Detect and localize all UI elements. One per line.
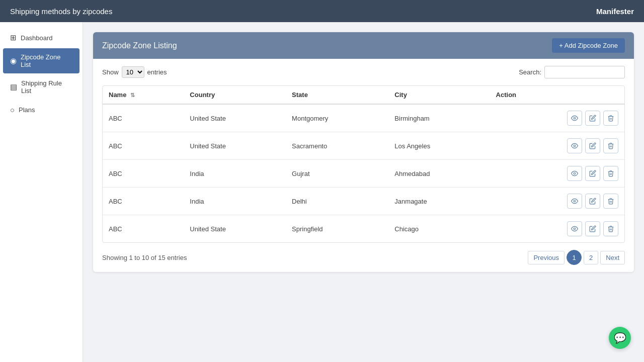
- zipcode-zone-icon: ◉: [10, 56, 17, 65]
- cell-state: Gujrat: [286, 160, 388, 188]
- svg-point-3: [574, 200, 576, 202]
- svg-point-4: [574, 228, 576, 230]
- delete-button[interactable]: [603, 221, 618, 236]
- main-content: Zipcode Zone Listing + Add Zipcode Zone …: [83, 22, 644, 362]
- sidebar-item-label: Dashboard: [21, 34, 53, 42]
- sort-icon: ⇅: [130, 92, 135, 98]
- cell-city: Janmagate: [388, 188, 490, 215]
- table-row: ABC United State Springfield Chicago: [103, 215, 624, 243]
- col-name: Name ⇅: [103, 86, 184, 104]
- cell-name: ABC: [103, 160, 184, 188]
- brand-name: Manifester: [596, 7, 634, 16]
- edit-button[interactable]: [585, 111, 600, 126]
- topbar: Shipping methods by zipcodes Manifester: [0, 0, 644, 22]
- search-control: Search:: [519, 66, 625, 78]
- cell-city: Los Angeles: [388, 132, 490, 160]
- sidebar-item-label: Zipcode Zone List: [21, 53, 72, 68]
- page-1-button[interactable]: 1: [567, 250, 582, 265]
- cell-state: Sacramento: [286, 132, 388, 160]
- cell-action: [490, 215, 624, 243]
- sidebar-item-zipcode-zone-list[interactable]: ◉ Zipcode Zone List: [3, 48, 79, 73]
- zipcode-zone-table: Name ⇅ Country State City Action ABC: [103, 86, 624, 242]
- add-zipcode-zone-button[interactable]: + Add Zipcode Zone: [552, 38, 625, 53]
- cell-country: United State: [184, 132, 286, 160]
- cell-name: ABC: [103, 188, 184, 215]
- show-entries-select[interactable]: 10 25 50: [122, 66, 144, 78]
- table-container: Name ⇅ Country State City Action ABC: [102, 85, 625, 243]
- view-button[interactable]: [567, 221, 582, 236]
- shipping-rule-icon: ▤: [10, 82, 17, 92]
- delete-button[interactable]: [603, 138, 618, 153]
- show-entries-control: Show 10 25 50 entries: [102, 66, 167, 78]
- cell-name: ABC: [103, 215, 184, 243]
- previous-page-button[interactable]: Previous: [528, 251, 565, 264]
- entries-label-text: entries: [147, 68, 167, 76]
- chat-bubble-button[interactable]: 💬: [609, 327, 631, 349]
- delete-button[interactable]: [603, 111, 618, 126]
- cell-country: India: [184, 160, 286, 188]
- cell-city: Chicago: [388, 215, 490, 243]
- zipcode-zone-card: Zipcode Zone Listing + Add Zipcode Zone …: [93, 32, 634, 272]
- cell-country: India: [184, 188, 286, 215]
- controls-row: Show 10 25 50 entries Search:: [102, 66, 625, 78]
- edit-button[interactable]: [585, 138, 600, 153]
- cell-country: United State: [184, 215, 286, 243]
- card-body: Show 10 25 50 entries Search:: [93, 59, 634, 272]
- table-row: ABC United State Sacramento Los Angeles: [103, 132, 624, 160]
- svg-point-1: [574, 145, 576, 147]
- sidebar-item-label: Plans: [19, 106, 35, 114]
- table-row: ABC India Delhi Janmagate: [103, 188, 624, 215]
- cell-action: [490, 188, 624, 215]
- plans-icon: ○: [10, 106, 15, 114]
- cell-city: Ahmedabad: [388, 160, 490, 188]
- cell-state: Montgomery: [286, 104, 388, 132]
- sidebar: ⊞ Dashboard ◉ Zipcode Zone List ▤ Shippi…: [0, 22, 83, 362]
- card-title: Zipcode Zone Listing: [102, 41, 177, 50]
- edit-button[interactable]: [585, 194, 600, 209]
- cell-state: Springfield: [286, 215, 388, 243]
- dashboard-icon: ⊞: [10, 33, 17, 42]
- cell-state: Delhi: [286, 188, 388, 215]
- delete-button[interactable]: [603, 194, 618, 209]
- cell-country: United State: [184, 104, 286, 132]
- delete-button[interactable]: [603, 166, 618, 181]
- table-row: ABC India Gujrat Ahmedabad: [103, 160, 624, 188]
- pagination-row: Showing 1 to 10 of 15 entries Previous 1…: [102, 250, 625, 265]
- svg-point-2: [574, 172, 576, 174]
- page-2-button[interactable]: 2: [584, 251, 598, 264]
- pagination-buttons: Previous 1 2 Next: [528, 250, 625, 265]
- table-header-row: Name ⇅ Country State City Action: [103, 86, 624, 104]
- show-label-text: Show: [102, 68, 119, 76]
- sidebar-item-plans[interactable]: ○ Plans: [3, 101, 79, 119]
- sidebar-item-dashboard[interactable]: ⊞ Dashboard: [3, 28, 79, 47]
- col-city: City: [388, 86, 490, 104]
- next-page-button[interactable]: Next: [600, 251, 625, 264]
- col-state: State: [286, 86, 388, 104]
- col-action: Action: [490, 86, 624, 104]
- search-label-text: Search:: [519, 68, 541, 76]
- app-title: Shipping methods by zipcodes: [10, 7, 112, 16]
- search-input[interactable]: [544, 66, 625, 78]
- sidebar-item-shipping-rule-list[interactable]: ▤ Shipping Rule List: [3, 74, 79, 100]
- sidebar-item-label: Shipping Rule List: [21, 79, 72, 95]
- view-button[interactable]: [567, 111, 582, 126]
- cell-name: ABC: [103, 104, 184, 132]
- view-button[interactable]: [567, 194, 582, 209]
- pagination-info: Showing 1 to 10 of 15 entries: [102, 254, 187, 261]
- col-country: Country: [184, 86, 286, 104]
- edit-button[interactable]: [585, 221, 600, 236]
- svg-point-0: [574, 117, 576, 119]
- table-row: ABC United State Montgomery Birmingham: [103, 104, 624, 132]
- cell-action: [490, 132, 624, 160]
- cell-name: ABC: [103, 132, 184, 160]
- view-button[interactable]: [567, 138, 582, 153]
- view-button[interactable]: [567, 166, 582, 181]
- cell-city: Birmingham: [388, 104, 490, 132]
- card-header: Zipcode Zone Listing + Add Zipcode Zone: [93, 32, 634, 59]
- cell-action: [490, 160, 624, 188]
- edit-button[interactable]: [585, 166, 600, 181]
- cell-action: [490, 104, 624, 132]
